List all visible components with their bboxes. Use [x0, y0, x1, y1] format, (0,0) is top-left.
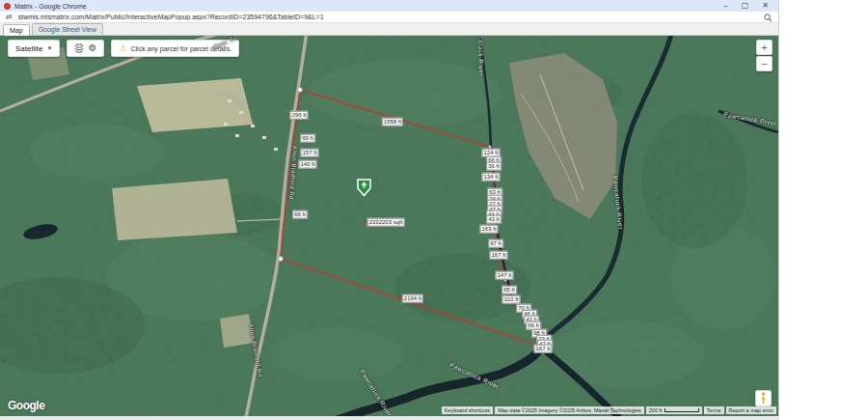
pegman-button[interactable]	[755, 390, 772, 406]
layers-icon[interactable]	[74, 43, 84, 53]
window-title: Matrix - Google Chrome	[14, 3, 87, 10]
zoom-out-button[interactable]: −	[756, 56, 773, 71]
pegman-icon	[759, 392, 768, 405]
measurement-label: 296 ft	[289, 111, 308, 120]
tab-switcher-icon[interactable]: ⇄	[6, 13, 13, 21]
map-data-credit: Map data ©2025 Imagery ©2025 Airbus, Max…	[495, 406, 644, 414]
measurement-label: 102 ft	[502, 295, 520, 304]
measurement-label: 163 ft	[479, 225, 498, 234]
url-text[interactable]: stwmls.mlsmatrix.com/Matrix/Public/Inter…	[18, 14, 324, 20]
google-logo[interactable]: Google	[8, 399, 44, 412]
tab-map[interactable]: Map	[3, 24, 30, 36]
screenshot-stage: Matrix - Google Chrome – ▢ ✕ ⇄ stwmls.ml…	[0, 0, 868, 420]
map-type-label: Satellite	[15, 44, 42, 53]
report-map-error-link[interactable]: Report a map error	[726, 406, 776, 414]
scale-line	[665, 408, 699, 412]
gear-icon[interactable]: ⚙	[88, 43, 96, 53]
map-toolbar: Satellite ▼ ⚙ ⚠ Click any parcel for par…	[8, 40, 239, 57]
measurement-label: 36 ft	[486, 162, 502, 171]
measurement-label: 65 ft	[502, 286, 517, 294]
browser-window: Matrix - Google Chrome – ▢ ✕ ⇄ stwmls.ml…	[0, 0, 779, 420]
minimize-button[interactable]: –	[723, 0, 727, 12]
measurement-label: 1558 ft	[382, 118, 403, 126]
zoom-in-button[interactable]: +	[756, 40, 773, 55]
measurement-label: 147 ft	[495, 271, 513, 280]
measurement-label: 97 ft	[488, 239, 503, 248]
measurement-label: 167 ft	[533, 345, 552, 353]
chevron-down-icon: ▼	[46, 45, 52, 51]
river-label: Pawcatuck River	[477, 36, 484, 76]
measurement-label: 140 ft	[298, 160, 316, 169]
layers-settings-button[interactable]: ⚙	[67, 40, 104, 57]
keyboard-shortcuts-button[interactable]: Keyboard shortcuts	[442, 406, 493, 414]
map-type-dropdown[interactable]: Satellite ▼	[8, 40, 60, 57]
tab-google-street-view[interactable]: Google Street View	[32, 23, 103, 35]
measurement-label: 2194 ft	[402, 294, 423, 303]
scale-label: 200 ft	[649, 407, 663, 413]
parcel-shield-marker[interactable]	[356, 178, 372, 197]
measurement-label: 157 ft	[300, 149, 318, 157]
page-tabs: Map Google Street View	[0, 23, 778, 36]
measurement-label: 43 ft	[486, 215, 502, 224]
address-bar[interactable]: ⇄ stwmls.mlsmatrix.com/Matrix/Public/Int…	[0, 12, 778, 23]
matrix-favicon-icon	[4, 3, 11, 10]
map-canvas[interactable]: 296 ft69 ft157 ft140 ft66 ft1558 ft124 f…	[0, 36, 778, 416]
scale-bar: 200 ft	[646, 406, 702, 414]
maximize-button[interactable]: ▢	[742, 0, 749, 12]
window-titlebar: Matrix - Google Chrome – ▢ ✕	[0, 0, 778, 12]
measurement-label: 134 ft	[481, 173, 500, 182]
measurement-label: 2332203 sqft	[367, 218, 405, 227]
window-bottom-edge	[0, 416, 779, 420]
measurement-label: 66 ft	[292, 210, 308, 219]
warning-icon: ⚠	[119, 44, 126, 53]
terms-link[interactable]: Terms	[704, 406, 724, 414]
measurement-label: 69 ft	[300, 134, 315, 143]
zoom-control: + −	[756, 40, 773, 72]
map-attribution: Keyboard shortcuts Map data ©2025 Imager…	[442, 406, 776, 414]
measurement-label: 167 ft	[489, 251, 507, 260]
